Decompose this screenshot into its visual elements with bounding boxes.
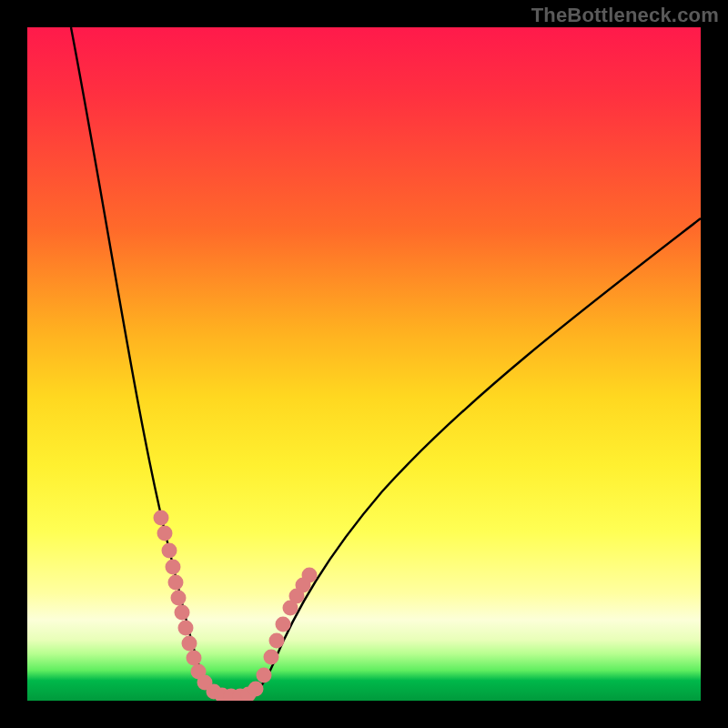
left-dots-marker	[162, 543, 177, 559]
right-dots-marker	[283, 601, 298, 616]
left-dots-marker	[178, 621, 194, 636]
left-dots-marker	[175, 605, 190, 621]
left-dots-marker	[182, 636, 197, 652]
left-dots-marker	[166, 560, 181, 575]
right-dots-marker	[269, 633, 285, 649]
left-dots-marker	[168, 575, 184, 591]
left-dots-marker	[157, 526, 173, 541]
right-curve	[248, 218, 701, 696]
plot-area	[27, 27, 701, 701]
watermark-label: TheBottleneck.com	[531, 4, 719, 27]
curves-layer	[27, 27, 701, 701]
left-dots-marker	[187, 651, 202, 666]
right-dots-marker	[257, 668, 272, 683]
left-dots-marker	[171, 591, 187, 606]
right-dots-marker	[276, 617, 291, 632]
bottom-dots-marker	[248, 682, 264, 697]
chart-frame: TheBottleneck.com	[0, 0, 728, 728]
left-dots-marker	[154, 511, 169, 526]
left-curve	[71, 27, 224, 696]
marker-layer	[154, 511, 318, 702]
right-dots-marker	[264, 650, 279, 665]
